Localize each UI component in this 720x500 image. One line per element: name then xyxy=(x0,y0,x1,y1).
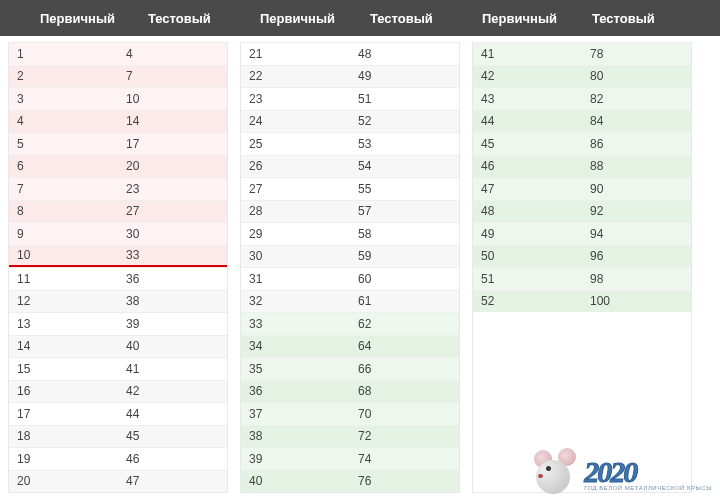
table-row: 1238 xyxy=(9,290,227,313)
header-primary-2: Первичный xyxy=(260,11,370,26)
primary-score: 38 xyxy=(241,429,350,443)
test-score: 39 xyxy=(118,317,227,331)
table-row: 3668 xyxy=(241,380,459,403)
table-row: 5198 xyxy=(473,267,691,290)
table-row: 620 xyxy=(9,155,227,178)
test-score: 66 xyxy=(350,362,459,376)
primary-score: 48 xyxy=(473,204,582,218)
table-row: 3160 xyxy=(241,267,459,290)
table-row: 4892 xyxy=(473,200,691,223)
header-primary-3: Первичный xyxy=(482,11,592,26)
test-score: 46 xyxy=(118,452,227,466)
primary-score: 42 xyxy=(473,69,582,83)
header-test-1: Тестовый xyxy=(148,11,260,26)
table-row: 1033 xyxy=(9,245,227,268)
test-score: 48 xyxy=(350,47,459,61)
test-score: 30 xyxy=(118,227,227,241)
test-score: 40 xyxy=(118,339,227,353)
primary-score: 40 xyxy=(241,474,350,488)
primary-score: 14 xyxy=(9,339,118,353)
table-row: 517 xyxy=(9,132,227,155)
primary-score: 18 xyxy=(9,429,118,443)
test-score: 47 xyxy=(118,474,227,488)
primary-score: 43 xyxy=(473,92,582,106)
test-score: 96 xyxy=(582,249,691,263)
test-score: 55 xyxy=(350,182,459,196)
primary-score: 46 xyxy=(473,159,582,173)
table-row: 3464 xyxy=(241,335,459,358)
test-score: 20 xyxy=(118,159,227,173)
table-row: 52100 xyxy=(473,290,691,313)
test-score: 94 xyxy=(582,227,691,241)
primary-score: 20 xyxy=(9,474,118,488)
test-score: 88 xyxy=(582,159,691,173)
table-row: 4076 xyxy=(241,470,459,493)
table-row: 1642 xyxy=(9,380,227,403)
test-score: 92 xyxy=(582,204,691,218)
table-row: 2857 xyxy=(241,200,459,223)
primary-score: 47 xyxy=(473,182,582,196)
test-score: 57 xyxy=(350,204,459,218)
primary-score: 27 xyxy=(241,182,350,196)
test-score: 76 xyxy=(350,474,459,488)
tables-container: 1427310414517620723827930103311361238133… xyxy=(0,36,720,493)
primary-score: 19 xyxy=(9,452,118,466)
primary-score: 2 xyxy=(9,69,118,83)
primary-score: 51 xyxy=(473,272,582,286)
table-row: 2452 xyxy=(241,110,459,133)
score-column-3: 4178428043824484458646884790489249945096… xyxy=(472,42,692,493)
table-row: 3974 xyxy=(241,447,459,470)
table-row: 2553 xyxy=(241,132,459,155)
test-score: 100 xyxy=(582,294,691,308)
table-row: 1136 xyxy=(9,267,227,290)
table-row: 27 xyxy=(9,65,227,88)
primary-score: 10 xyxy=(9,248,118,262)
table-row: 827 xyxy=(9,200,227,223)
primary-score: 37 xyxy=(241,407,350,421)
test-score: 80 xyxy=(582,69,691,83)
primary-score: 30 xyxy=(241,249,350,263)
primary-score: 44 xyxy=(473,114,582,128)
table-row: 1440 xyxy=(9,335,227,358)
table-row: 4280 xyxy=(473,65,691,88)
table-row: 4586 xyxy=(473,132,691,155)
test-score: 49 xyxy=(350,69,459,83)
primary-score: 9 xyxy=(9,227,118,241)
table-row: 5096 xyxy=(473,245,691,268)
primary-score: 29 xyxy=(241,227,350,241)
table-row: 3362 xyxy=(241,312,459,335)
primary-score: 36 xyxy=(241,384,350,398)
test-score: 41 xyxy=(118,362,227,376)
test-score: 74 xyxy=(350,452,459,466)
test-score: 86 xyxy=(582,137,691,151)
primary-score: 28 xyxy=(241,204,350,218)
mouse-icon xyxy=(536,452,578,494)
test-score: 33 xyxy=(118,248,227,262)
table-row: 1339 xyxy=(9,312,227,335)
test-score: 84 xyxy=(582,114,691,128)
test-score: 59 xyxy=(350,249,459,263)
test-score: 52 xyxy=(350,114,459,128)
primary-score: 41 xyxy=(473,47,582,61)
primary-score: 15 xyxy=(9,362,118,376)
test-score: 51 xyxy=(350,92,459,106)
test-score: 4 xyxy=(118,47,227,61)
table-row: 1744 xyxy=(9,402,227,425)
test-score: 72 xyxy=(350,429,459,443)
table-row: 3872 xyxy=(241,425,459,448)
test-score: 68 xyxy=(350,384,459,398)
test-score: 38 xyxy=(118,294,227,308)
header-primary-1: Первичный xyxy=(40,11,148,26)
table-row: 4178 xyxy=(473,42,691,65)
test-score: 36 xyxy=(118,272,227,286)
table-row: 2249 xyxy=(241,65,459,88)
test-score: 78 xyxy=(582,47,691,61)
table-row: 2148 xyxy=(241,42,459,65)
test-score: 82 xyxy=(582,92,691,106)
table-row: 930 xyxy=(9,222,227,245)
test-score: 62 xyxy=(350,317,459,331)
primary-score: 23 xyxy=(241,92,350,106)
header-test-3: Тестовый xyxy=(592,11,692,26)
table-header: Первичный Тестовый Первичный Тестовый Пе… xyxy=(0,0,720,36)
primary-score: 52 xyxy=(473,294,582,308)
